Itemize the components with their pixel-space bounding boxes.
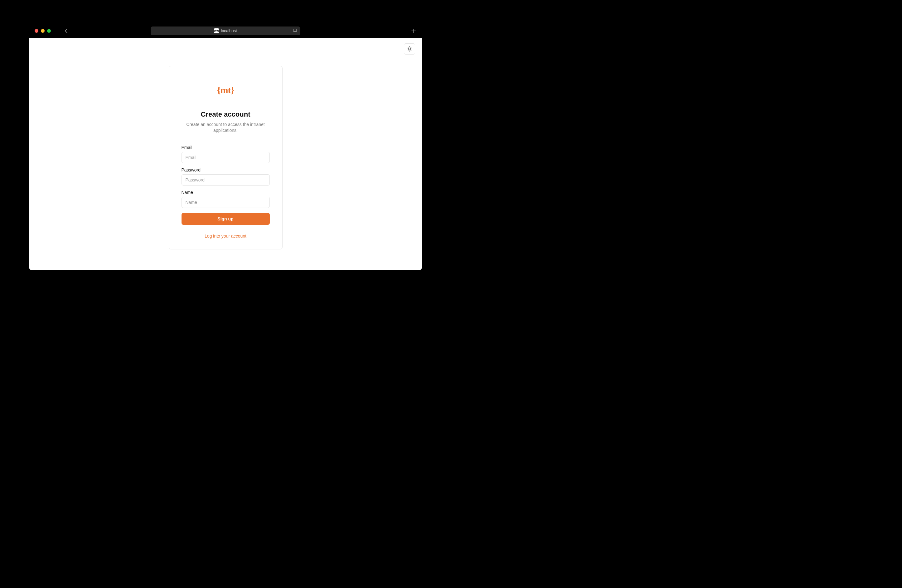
- page-subtitle: Create an account to access the intranet…: [182, 122, 269, 134]
- name-group: Name: [182, 190, 270, 208]
- address-bar[interactable]: {mt} localhost: [150, 27, 301, 35]
- password-label: Password: [182, 167, 270, 172]
- browser-window: {mt} localhost: [29, 24, 422, 270]
- name-field[interactable]: [182, 197, 270, 208]
- svg-line-7: [408, 47, 408, 47]
- window-close-button[interactable]: [34, 29, 38, 33]
- password-field[interactable]: [182, 174, 270, 186]
- login-link[interactable]: Log into your account: [205, 233, 246, 239]
- new-tab-button[interactable]: [411, 28, 417, 34]
- theme-toggle-button[interactable]: [404, 43, 415, 55]
- favicon-icon: {mt}: [214, 28, 219, 33]
- svg-line-8: [411, 50, 411, 50]
- signup-button[interactable]: Sign up: [182, 213, 270, 225]
- sun-icon: [407, 46, 412, 52]
- address-text: localhost: [221, 28, 237, 33]
- browser-content: {mt} Create account Create an account to…: [29, 38, 422, 270]
- email-field[interactable]: [182, 152, 270, 163]
- password-group: Password: [182, 167, 270, 186]
- app-logo: {mt}: [217, 85, 234, 95]
- svg-rect-0: [293, 29, 296, 31]
- email-label: Email: [182, 145, 270, 150]
- svg-line-11: [408, 50, 408, 50]
- browser-titlebar: {mt} localhost: [29, 24, 422, 38]
- name-label: Name: [182, 190, 270, 195]
- signup-card: {mt} Create account Create an account to…: [169, 66, 283, 249]
- page-center: {mt} Create account Create an account to…: [29, 38, 422, 249]
- traffic-lights: [34, 29, 51, 33]
- svg-point-4: [409, 48, 410, 50]
- signup-form: Email Password Name Sign up: [182, 145, 270, 225]
- window-maximize-button[interactable]: [47, 29, 51, 33]
- reader-mode-icon[interactable]: [293, 28, 297, 33]
- page-title: Create account: [201, 110, 251, 119]
- nav-back-button[interactable]: [63, 28, 69, 34]
- window-minimize-button[interactable]: [41, 29, 45, 33]
- svg-line-12: [411, 47, 411, 47]
- email-group: Email: [182, 145, 270, 163]
